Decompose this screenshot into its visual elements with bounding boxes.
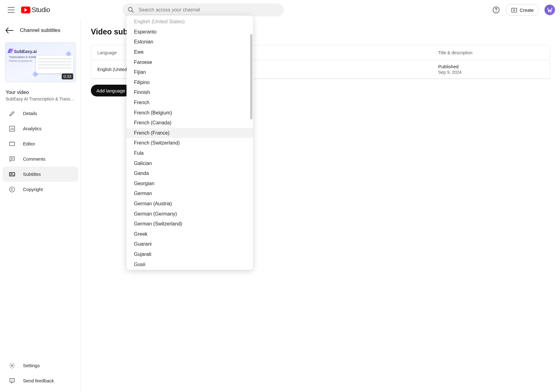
menu-toggle-button[interactable]: [5, 4, 17, 16]
language-option[interactable]: Ewe: [127, 47, 253, 57]
language-option[interactable]: German (Austria): [127, 199, 253, 209]
create-plus-icon: [511, 7, 518, 13]
header-right: Create: [490, 4, 555, 16]
language-option[interactable]: French (Belgium): [127, 108, 253, 118]
language-option[interactable]: Gujarati: [127, 249, 253, 260]
video-duration-badge: 0:33: [62, 74, 73, 79]
language-option[interactable]: Filipino: [127, 78, 253, 88]
feedback-icon: [9, 377, 16, 384]
app-body: Channel subtitles SubEasy.ai Transcripti…: [0, 20, 560, 392]
language-option[interactable]: Fula: [127, 148, 253, 158]
language-option[interactable]: French (Switzerland): [127, 138, 253, 148]
editor-icon: [9, 140, 16, 147]
sidebar-item-copyright[interactable]: Copyright: [2, 182, 78, 197]
thumb-brand: SubEasy.ai: [8, 49, 37, 54]
comments-icon: [9, 156, 16, 163]
column-header-title-desc: Title & description: [438, 50, 544, 55]
status-date: Sep 9, 2024: [438, 70, 544, 75]
avatar-glyph-icon: [547, 7, 553, 13]
language-option[interactable]: Gusii: [127, 259, 253, 270]
sidebar-title: Channel subtitles: [20, 27, 60, 33]
language-option[interactable]: French: [127, 98, 253, 108]
back-arrow-icon: [5, 27, 13, 34]
language-option[interactable]: Finnish: [127, 87, 253, 98]
thumb-panel-decoration: [36, 56, 73, 73]
nav-label: Comments: [23, 156, 46, 162]
language-option[interactable]: Estonian: [127, 37, 253, 47]
video-title: SubEasy AI Transcription & Translati…: [6, 96, 75, 101]
nav-label: Settings: [23, 363, 40, 368]
sidebar-back-row: Channel subtitles: [0, 23, 81, 38]
nav-label: Subtitles: [23, 172, 41, 177]
subeasy-logo-icon: [8, 49, 13, 53]
create-button[interactable]: Create: [505, 4, 539, 16]
sidebar: Channel subtitles SubEasy.ai Transcripti…: [0, 20, 81, 392]
sidebar-item-subtitles[interactable]: Subtitles: [2, 167, 78, 182]
dropdown-scrollbar[interactable]: [250, 34, 252, 119]
sidebar-item-editor[interactable]: Editor: [2, 136, 78, 151]
sidebar-item-settings[interactable]: Settings: [2, 358, 78, 373]
your-video-heading: Your video: [6, 90, 75, 95]
language-option: English (United States): [127, 17, 253, 27]
language-option[interactable]: Fijian: [127, 67, 253, 78]
create-label: Create: [520, 7, 534, 13]
search-icon: [127, 7, 134, 13]
svg-rect-6: [10, 172, 15, 176]
app-header: Studio Create: [0, 0, 560, 20]
youtube-play-icon: [21, 7, 30, 13]
language-option[interactable]: Galician: [127, 158, 253, 168]
nav-label: Copyright: [23, 187, 43, 192]
logo-text: Studio: [32, 6, 50, 14]
search-bar[interactable]: [122, 3, 284, 16]
thumb-line2: Powered by NextGen AI: [9, 60, 32, 62]
sidebar-item-feedback[interactable]: Send feedback: [2, 373, 78, 388]
language-option[interactable]: Guarani: [127, 239, 253, 249]
sidebar-item-analytics[interactable]: Analytics: [2, 121, 78, 136]
add-language-button[interactable]: Add language: [91, 85, 131, 96]
language-dropdown-list: English (United States)EsperantoEstonian…: [127, 16, 253, 270]
sidebar-bottom: Settings Send feedback: [0, 358, 81, 392]
search-input[interactable]: [139, 7, 279, 13]
language-option[interactable]: German (Germany): [127, 209, 253, 219]
svg-point-7: [10, 187, 15, 192]
studio-logo[interactable]: Studio: [21, 6, 50, 14]
language-option[interactable]: German (Switzerland): [127, 219, 253, 229]
gear-icon: [9, 362, 16, 369]
language-option[interactable]: French (France): [127, 128, 253, 138]
svg-point-9: [12, 381, 12, 381]
nav-label: Details: [23, 111, 37, 116]
language-option[interactable]: Faroese: [127, 57, 253, 67]
hamburger-icon: [8, 7, 15, 13]
pencil-icon: [9, 110, 16, 117]
subtitles-icon: [9, 171, 16, 178]
svg-point-0: [128, 7, 132, 11]
language-dropdown[interactable]: English (United States)EsperantoEstonian…: [127, 16, 253, 270]
sidebar-item-details[interactable]: Details: [2, 106, 78, 121]
status-text: Published: [438, 64, 544, 69]
back-button[interactable]: [5, 27, 14, 34]
copyright-icon: [9, 186, 16, 193]
language-option[interactable]: Georgian: [127, 179, 253, 189]
analytics-icon: [9, 125, 16, 132]
sidebar-item-comments[interactable]: Comments: [2, 151, 78, 167]
help-button[interactable]: [490, 4, 502, 16]
language-option[interactable]: Esperanto: [127, 27, 253, 37]
nav-label: Editor: [23, 141, 35, 146]
cell-title-desc: Published Sep 9, 2024: [438, 64, 544, 75]
nav-label: Send feedback: [23, 378, 54, 383]
language-option[interactable]: Ganda: [127, 168, 253, 179]
svg-point-8: [11, 365, 13, 367]
language-option[interactable]: French (Canada): [127, 118, 253, 128]
account-avatar[interactable]: [544, 5, 555, 15]
svg-point-2: [496, 11, 496, 12]
svg-rect-5: [10, 142, 15, 145]
language-option[interactable]: Greek: [127, 229, 253, 239]
nav-label: Analytics: [23, 126, 42, 131]
video-thumbnail[interactable]: SubEasy.ai Transcription & Subtitle Plat…: [5, 42, 76, 82]
help-icon: [492, 6, 500, 14]
language-option[interactable]: German: [127, 189, 253, 199]
